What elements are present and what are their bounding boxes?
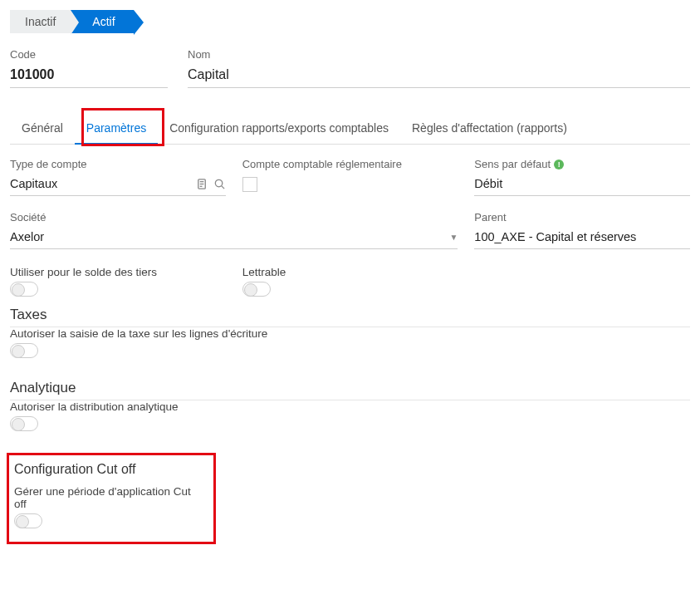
utiliser-solde-label: Utiliser pour le solde des tiers [10,266,226,278]
code-label: Code [10,48,168,61]
status-inactive[interactable]: Inactif [10,10,71,33]
tab-parametres[interactable]: Paramètres [75,113,158,145]
utiliser-solde-toggle[interactable] [10,282,38,297]
lettrable-toggle[interactable] [242,282,271,297]
type-compte-label: Type de compte [10,158,226,170]
taxes-autoriser-toggle[interactable] [10,343,38,358]
compte-reg-label: Compte comptable réglementaire [242,158,458,170]
type-compte-select[interactable]: Capitaux [10,174,226,196]
code-input[interactable] [10,64,168,88]
analytique-autoriser-toggle[interactable] [10,416,38,431]
name-input[interactable] [188,64,690,88]
parent-select[interactable]: 100_AXE - Capital et réserves [474,227,690,249]
cutoff-section-title: Configuration Cut off [14,462,205,477]
status-active[interactable]: Actif [71,10,133,33]
lettrable-label: Lettrable [242,266,458,278]
type-compte-value: Capitaux [10,177,57,190]
sens-defaut-select[interactable]: Débit [474,174,690,196]
cutoff-gerer-label: Gérer une période d'application Cut off [14,485,205,510]
sens-defaut-label: Sens par défaut ! [474,158,690,170]
search-icon[interactable] [213,178,226,190]
tab-config-reports[interactable]: Configuration rapports/exports comptable… [158,113,400,144]
sens-defaut-value: Débit [474,177,502,190]
taxes-section-title: Taxes [10,307,690,327]
chevron-down-icon: ▼ [449,233,458,242]
svg-point-4 [215,179,222,186]
cutoff-highlight-box: Configuration Cut off Gérer une période … [7,453,216,544]
tab-general[interactable]: Général [10,113,75,144]
svg-line-5 [222,185,224,188]
tab-affectation[interactable]: Règles d'affectation (rapports) [400,113,579,144]
analytique-autoriser-label: Autoriser la distribution analytique [10,400,690,413]
name-label: Nom [188,48,690,61]
parent-label: Parent [474,211,690,223]
societe-value: Axelor [10,230,44,243]
taxes-autoriser-label: Autoriser la saisie de la taxe sur les l… [10,327,690,340]
societe-label: Société [10,211,458,223]
cutoff-gerer-toggle[interactable] [14,513,42,528]
analytique-section-title: Analytique [10,380,690,400]
parent-value: 100_AXE - Capital et réserves [474,230,636,243]
societe-select[interactable]: Axelor ▼ [10,227,458,249]
document-icon[interactable] [196,178,208,190]
compte-reg-checkbox[interactable] [242,177,257,192]
tabs: Général Paramètres Configuration rapport… [10,113,690,145]
info-icon[interactable]: ! [554,160,564,169]
status-breadcrumb: Inactif Actif [10,10,693,33]
